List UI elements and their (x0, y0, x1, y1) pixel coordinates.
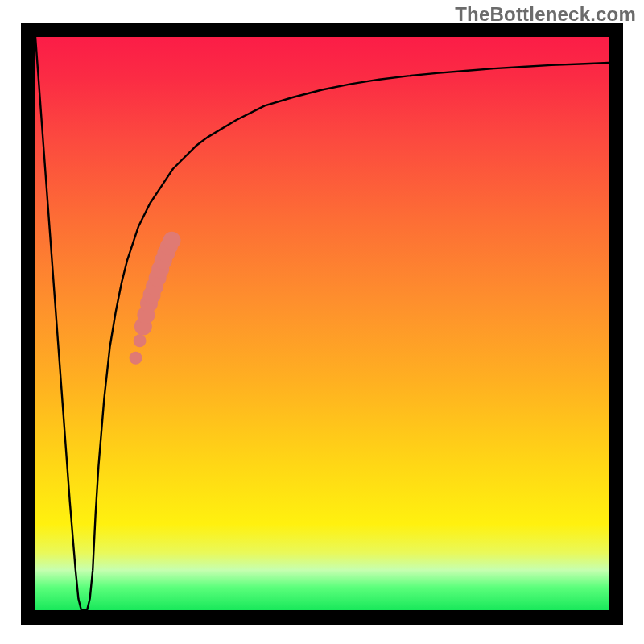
watermark-text: TheBottleneck.com (455, 3, 636, 26)
scatter-points (130, 232, 181, 365)
scatter-point (130, 352, 142, 365)
scatter-point (163, 232, 180, 250)
chart-container: TheBottleneck.com (0, 0, 644, 644)
scatter-point (134, 334, 147, 347)
plot-outer-frame (21, 23, 623, 625)
bottleneck-curve (35, 37, 609, 610)
plot-gradient-area (35, 37, 609, 610)
plot-svg (35, 37, 609, 610)
